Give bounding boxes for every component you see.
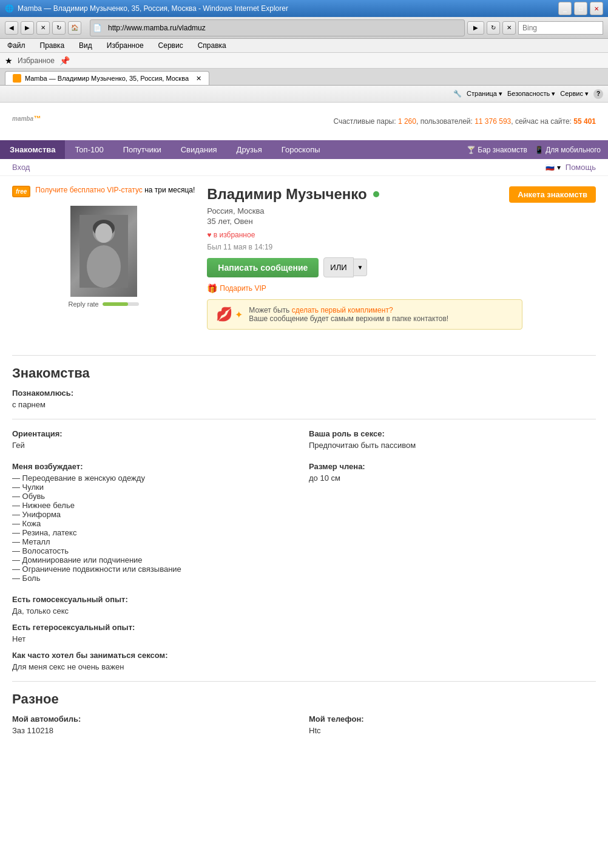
turnson-value: — Переодевание в женскую одежду — Чулки …: [12, 473, 299, 583]
menu-favorites[interactable]: Избранное: [104, 40, 146, 51]
compliment-icons: 💋 ✦: [216, 307, 243, 322]
browser-titlebar: 🌐 Mamba — Владимир Музыченко, 35, Россия…: [0, 0, 608, 17]
help-link[interactable]: Помощь: [566, 163, 596, 172]
gift-vip-link[interactable]: Подарить VIP: [220, 284, 266, 293]
sex-freq-section: Как часто хотел бы заниматься сексом: Дл…: [12, 651, 596, 671]
action-row: Написать сообщение ИЛИ ▼: [207, 257, 596, 277]
gay-exp-value: Да, только секс: [12, 606, 596, 615]
close-button[interactable]: ✕: [590, 2, 603, 15]
nav-dating[interactable]: Знакомства: [0, 140, 65, 159]
phone-label: Мой телефон:: [309, 714, 596, 724]
or-button[interactable]: ИЛИ: [323, 257, 353, 277]
site-logo[interactable]: mamba™: [12, 109, 41, 134]
photo-silhouette: [79, 215, 128, 288]
minimize-button[interactable]: _: [558, 2, 572, 15]
browser-controls: ◀ ▶ ✕ ↻ 🏠 📄 ▶ ↻ ✕: [0, 17, 608, 39]
go-button[interactable]: ▶: [467, 21, 484, 35]
compliment-link[interactable]: сделать первый комплимент?: [292, 306, 393, 314]
mobile-link[interactable]: 📱 Для мобильного: [535, 146, 601, 154]
online-label: сейчас на сайте:: [515, 117, 572, 126]
search-input[interactable]: [518, 21, 603, 35]
misc-section: Разное Мой автомобиль: Заз 110218 Мой те…: [12, 691, 596, 742]
orientation-label: Ориентация:: [12, 429, 299, 438]
profile-age: 35 лет, Овен: [207, 217, 596, 226]
pairs-count-link[interactable]: 1 260: [398, 117, 416, 126]
page-tools-bar: 🔧 Страница ▾ Безопасность ▾ Сервис ▾ ?: [0, 86, 608, 103]
users-label: пользователей:: [421, 117, 473, 126]
tab-bar: Mamba — Владимир Музыченко, 35, Россия, …: [0, 69, 608, 86]
login-bar: Вход 🇷🇺 ▾ Помощь: [0, 159, 608, 176]
login-link[interactable]: Вход: [12, 163, 30, 172]
reply-rate-label: Reply rate: [69, 300, 99, 308]
menu-help[interactable]: Справка: [195, 40, 229, 51]
refresh-button2[interactable]: ↻: [487, 21, 500, 35]
back-button[interactable]: ◀: [5, 21, 18, 35]
site-header: mamba™ Счастливые пары: 1 260, пользоват…: [0, 103, 608, 140]
free-badge: free: [12, 186, 30, 197]
reply-rate-bar: [103, 302, 139, 306]
gift-vip[interactable]: 🎁 Подарить VIP: [207, 283, 596, 293]
maximize-button[interactable]: □: [574, 2, 587, 15]
nav-dates[interactable]: Свидания: [171, 140, 227, 159]
forward-button[interactable]: ▶: [21, 21, 34, 35]
dropdown-arrow-button[interactable]: ▼: [354, 259, 368, 276]
hetero-exp-label: Есть гетеросексуальный опыт:: [12, 623, 596, 632]
menu-tools[interactable]: Сервис: [156, 40, 186, 51]
tab-close-icon[interactable]: ✕: [196, 75, 201, 83]
nav-top100[interactable]: Топ-100: [65, 140, 113, 159]
address-bar[interactable]: [104, 21, 462, 35]
security-tool[interactable]: Безопасность ▾: [507, 90, 555, 98]
compliment-text: Может быть сделать первый комплимент? Ва…: [249, 306, 448, 323]
nav-horoscope[interactable]: Гороскопы: [272, 140, 330, 159]
menu-edit[interactable]: Правка: [38, 40, 67, 51]
bar-link[interactable]: 🍸 Бар знакомств: [467, 146, 527, 154]
or-dropdown: ИЛИ ▼: [323, 257, 367, 277]
compliment-after: Ваше сообщение будет самым верхним в пап…: [249, 314, 448, 323]
nav-companions[interactable]: Попутчики: [113, 140, 171, 159]
vip-promo-text: Получите бесплатно VIP-статус на три мес…: [35, 186, 195, 194]
dating-section-title: Знакомства: [12, 365, 596, 381]
divider-1: [12, 355, 596, 356]
users-count-link[interactable]: 11 376 593: [475, 117, 511, 126]
vip-link[interactable]: Получите бесплатно VIP-статус: [35, 186, 142, 194]
browser-title: Mamba — Владимир Музыченко, 35, Россия, …: [18, 4, 288, 13]
home-button[interactable]: 🏠: [68, 21, 81, 35]
divider-2: [12, 419, 596, 419]
online-count-link[interactable]: 55 401: [573, 117, 596, 126]
write-message-button[interactable]: Написать сообщение: [207, 258, 319, 277]
misc-section-title: Разное: [12, 691, 596, 707]
refresh-button[interactable]: ↻: [52, 21, 66, 35]
happy-pairs-label: Счастливые пары:: [333, 117, 396, 126]
stop-button[interactable]: ✕: [36, 21, 50, 35]
question-icon[interactable]: ?: [593, 89, 603, 99]
hetero-exp-section: Есть гетеросексуальный опыт: Нет: [12, 623, 596, 643]
profile-main: Владимир Музыченко Анкета знакомств Росс…: [207, 186, 596, 336]
service-tool[interactable]: Сервис ▾: [560, 90, 589, 98]
anketa-button[interactable]: Анкета знакомств: [509, 186, 596, 203]
browser-icon: 🌐: [5, 4, 14, 13]
menu-view[interactable]: Вид: [76, 40, 95, 51]
svg-point-2: [87, 245, 121, 288]
favorites-link-text: ♥ в избранное: [207, 231, 255, 239]
stop-button2[interactable]: ✕: [502, 21, 516, 35]
favorites-link[interactable]: ♥ в избранное: [207, 231, 596, 239]
nav-right: 🍸 Бар знакомств 📱 Для мобильного: [467, 146, 608, 154]
phone-value: Htc: [309, 726, 596, 735]
page-tool[interactable]: Страница ▾: [467, 90, 502, 98]
active-tab[interactable]: Mamba — Владимир Музыченко, 35, Россия, …: [5, 71, 209, 85]
flag-selector[interactable]: 🇷🇺 ▾: [546, 163, 560, 172]
online-indicator: [373, 191, 379, 197]
last-seen: Был 11 мая в 14:19: [207, 243, 596, 251]
content-area: Знакомства Познакомлюсь: с парнем Ориент…: [0, 355, 608, 759]
happy-pairs-info: Счастливые пары: 1 260, пользователей: 1…: [333, 117, 596, 126]
nav-friends[interactable]: Друзья: [227, 140, 272, 159]
size-value: до 10 см: [309, 473, 596, 483]
menu-file[interactable]: Файл: [5, 40, 28, 51]
profile-photo[interactable]: [70, 206, 137, 297]
profile-left: free Получите бесплатно VIP-статус на тр…: [12, 186, 195, 336]
tools-icon: 🔧: [453, 90, 462, 98]
orientation-value: Гей: [12, 441, 299, 450]
page-content: mamba™ Счастливые пары: 1 260, пользоват…: [0, 103, 608, 759]
profile-name: Владимир Музыченко: [207, 186, 366, 203]
favorites-bar: ★ Избранное 📌: [0, 53, 608, 69]
